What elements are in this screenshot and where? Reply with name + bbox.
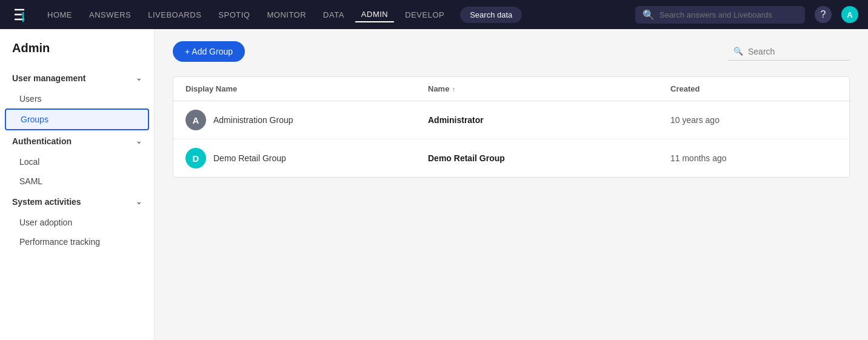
chevron-down-icon: ⌄	[136, 74, 142, 82]
top-nav: HOME ANSWERS LIVEBOARDS SPOTIQ MONITOR D…	[0, 0, 868, 29]
nav-spotiq[interactable]: SPOTIQ	[212, 8, 256, 22]
help-button[interactable]: ?	[815, 6, 832, 23]
sidebar-section-user-management[interactable]: User management ⌄	[0, 67, 154, 89]
name-cell: Administrator	[428, 115, 670, 125]
created-cell: 10 years ago	[670, 115, 837, 125]
table-search-box: 🔍	[729, 43, 850, 61]
sidebar-title: Admin	[0, 41, 154, 67]
sort-icon: ↑	[452, 85, 455, 93]
nav-develop[interactable]: DEVELOP	[399, 8, 450, 22]
display-name-cell: A Administration Group	[185, 110, 428, 130]
search-data-button[interactable]: Search data	[460, 7, 522, 23]
search-icon: 🔍	[643, 9, 655, 21]
sidebar-item-user-adoption[interactable]: User adoption	[0, 213, 154, 232]
table-row[interactable]: D Demo Retail Group Demo Retail Group 11…	[173, 139, 849, 177]
sidebar-section-user-management-label: User management	[12, 73, 85, 83]
col-created: Created	[670, 84, 837, 93]
sidebar: Admin User management ⌄ Users Groups Aut…	[0, 29, 155, 340]
groups-table: Display Name Name ↑ Created A Administra…	[173, 76, 850, 178]
avatar: D	[185, 148, 206, 168]
nav-monitor[interactable]: MONITOR	[261, 8, 312, 22]
global-search-input[interactable]	[659, 10, 793, 19]
nav-liveboards[interactable]: LIVEBOARDS	[142, 8, 207, 22]
sidebar-section-system-activities-label: System activities	[12, 197, 81, 207]
chevron-down-icon-auth: ⌄	[136, 137, 142, 145]
sidebar-item-groups[interactable]: Groups	[5, 108, 149, 130]
search-icon-table: 🔍	[733, 47, 743, 56]
chevron-down-icon-sys: ⌄	[136, 198, 142, 206]
col-name[interactable]: Name ↑	[428, 84, 670, 93]
table-header: Display Name Name ↑ Created	[173, 77, 849, 101]
nav-data[interactable]: DATA	[317, 8, 350, 22]
add-group-button[interactable]: + Add Group	[173, 41, 245, 62]
sidebar-item-performance-tracking[interactable]: Performance tracking	[0, 232, 154, 252]
avatar: A	[185, 110, 206, 130]
sidebar-item-saml[interactable]: SAML	[0, 172, 154, 191]
name-cell: Demo Retail Group	[428, 153, 670, 163]
app-logo[interactable]	[10, 5, 29, 24]
avatar[interactable]: A	[841, 6, 858, 23]
sidebar-section-authentication-label: Authentication	[12, 136, 72, 146]
sidebar-item-users[interactable]: Users	[0, 89, 154, 108]
main-content: + Add Group 🔍 Display Name Name ↑ Create…	[155, 29, 868, 340]
created-cell: 11 months ago	[670, 153, 837, 163]
sidebar-item-local[interactable]: Local	[0, 152, 154, 172]
display-name-cell: D Demo Retail Group	[185, 148, 428, 168]
global-search-bar: 🔍	[635, 6, 805, 24]
table-row[interactable]: A Administration Group Administrator 10 …	[173, 101, 849, 139]
table-search-input[interactable]	[748, 47, 845, 56]
col-display-name: Display Name	[185, 84, 428, 93]
sidebar-section-authentication[interactable]: Authentication ⌄	[0, 130, 154, 152]
nav-answers[interactable]: ANSWERS	[83, 8, 137, 22]
main-layout: Admin User management ⌄ Users Groups Aut…	[0, 29, 868, 340]
nav-admin[interactable]: ADMIN	[355, 7, 394, 22]
sidebar-section-system-activities[interactable]: System activities ⌄	[0, 191, 154, 213]
content-toolbar: + Add Group 🔍	[173, 41, 850, 62]
nav-home[interactable]: HOME	[41, 8, 78, 22]
